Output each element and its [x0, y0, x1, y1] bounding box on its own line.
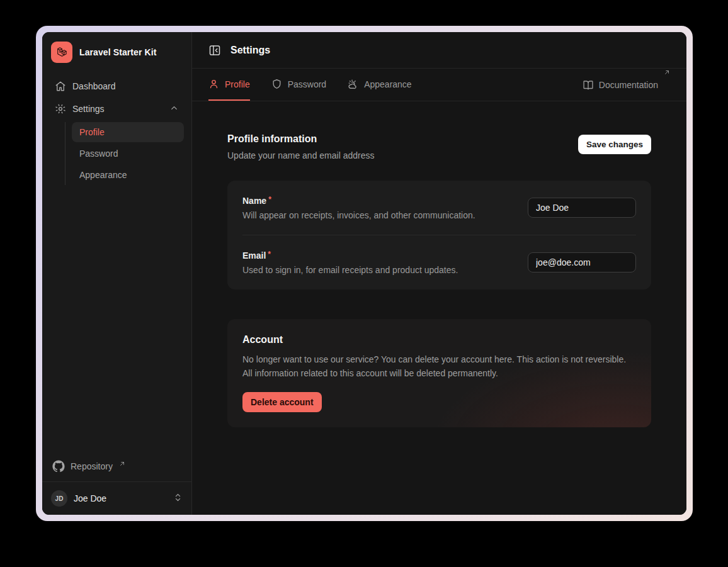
repository-link[interactable]: Repository — [42, 451, 191, 481]
profile-section-header: Profile information Update your name and… — [227, 133, 651, 160]
sidebar-subitem-profile[interactable]: Profile — [72, 122, 184, 142]
name-field-label: Name* — [242, 195, 475, 206]
brand-name: Laravel Starter Kit — [79, 47, 157, 57]
tab-profile[interactable]: Profile — [208, 69, 250, 101]
external-link-icon — [664, 67, 670, 77]
book-open-icon — [583, 79, 594, 91]
section-title: Profile information — [227, 133, 374, 145]
email-input[interactable] — [528, 252, 636, 272]
name-input[interactable] — [528, 198, 636, 218]
repository-label: Repository — [71, 461, 113, 471]
main-header: Settings — [192, 32, 686, 69]
tab-bar: Profile Password Appearance — [192, 69, 686, 101]
email-field-row: Email* Used to sign in, for email receip… — [242, 235, 636, 289]
tab-label: Appearance — [364, 79, 412, 89]
settings-content: Profile information Update your name and… — [192, 101, 686, 515]
sidebar-item-dashboard[interactable]: Dashboard — [50, 76, 184, 97]
sidebar-item-settings[interactable]: Settings — [50, 98, 184, 120]
page-title: Settings — [230, 45, 270, 56]
email-field-description: Used to sign in, for email receipts and … — [242, 265, 458, 275]
cloud-sun-icon — [348, 79, 358, 89]
subitem-label: Password — [79, 149, 118, 159]
delete-account-button[interactable]: Delete account — [242, 392, 322, 412]
account-section-title: Account — [242, 334, 636, 345]
main-area: Settings Profile Password — [192, 32, 686, 515]
sidebar-nav: Dashboard Settings Profile — [42, 69, 191, 185]
sidebar-subitem-appearance[interactable]: Appearance — [72, 165, 184, 185]
external-link-icon — [119, 459, 125, 469]
section-subtitle: Update your name and email address — [227, 150, 374, 160]
account-section-description: No longer want to use our service? You c… — [242, 352, 633, 380]
account-danger-card: Account No longer want to use our servic… — [227, 319, 651, 427]
tab-password[interactable]: Password — [271, 69, 326, 101]
save-changes-button[interactable]: Save changes — [578, 135, 651, 154]
user-name: Joe Doe — [74, 493, 106, 503]
required-asterisk: * — [268, 195, 271, 204]
profile-form-card: Name* Will appear on receipts, invoices,… — [227, 181, 651, 289]
laravel-logo-icon — [51, 42, 72, 63]
sidebar-toggle-button[interactable] — [208, 44, 221, 57]
home-icon — [55, 81, 66, 92]
sidebar-item-label: Settings — [72, 104, 105, 114]
sidebar-subitem-password[interactable]: Password — [72, 143, 184, 164]
tab-appearance[interactable]: Appearance — [348, 69, 412, 101]
user-menu[interactable]: JD Joe Doe — [42, 481, 191, 515]
shield-icon — [271, 79, 282, 89]
github-icon — [52, 460, 65, 473]
subitem-label: Profile — [79, 127, 105, 137]
tab-label: Password — [288, 79, 326, 89]
window-frame: Laravel Starter Kit Dashboard Settings — [36, 26, 693, 521]
sidebar-item-label: Dashboard — [72, 81, 116, 91]
subitem-label: Appearance — [79, 170, 127, 180]
tab-label: Profile — [225, 79, 250, 89]
sidebar: Laravel Starter Kit Dashboard Settings — [42, 32, 192, 515]
email-field-label: Email* — [242, 250, 458, 261]
sidebar-brand[interactable]: Laravel Starter Kit — [42, 32, 191, 69]
name-field-row: Name* Will appear on receipts, invoices,… — [242, 181, 636, 235]
gear-icon — [55, 103, 66, 115]
avatar: JD — [51, 490, 67, 507]
name-field-description: Will appear on receipts, invoices, and o… — [242, 210, 475, 220]
documentation-label: Documentation — [599, 80, 658, 90]
documentation-link[interactable]: Documentation — [583, 69, 670, 101]
chevrons-up-down-icon — [173, 493, 183, 505]
sidebar-spacer — [42, 185, 191, 451]
settings-subnav: Profile Password Appearance — [65, 122, 184, 185]
app-window: Laravel Starter Kit Dashboard Settings — [42, 32, 686, 515]
chevron-up-icon — [169, 103, 179, 115]
panel-left-close-icon — [208, 44, 221, 57]
required-asterisk: * — [268, 250, 271, 259]
user-icon — [208, 79, 219, 89]
